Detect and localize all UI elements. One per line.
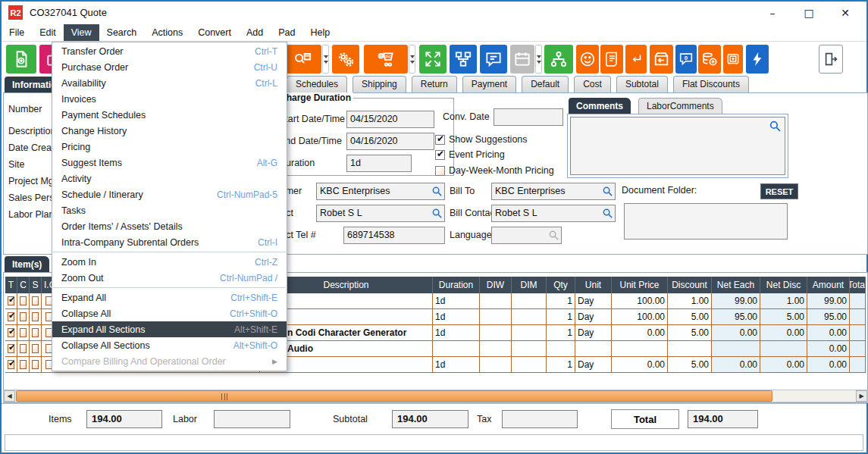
- menu-item-tasks[interactable]: Tasks: [52, 202, 287, 218]
- row-checkbox-s[interactable]: [32, 296, 39, 305]
- checkbox-event-pricing[interactable]: [435, 150, 445, 160]
- menu-item-pricing[interactable]: Pricing: [52, 139, 287, 155]
- calendar-dropdown-icon[interactable]: [535, 45, 542, 74]
- tab-schedules[interactable]: Schedules: [287, 76, 347, 93]
- document-folder-box[interactable]: [624, 203, 788, 240]
- menubar-item-view[interactable]: View: [64, 24, 99, 41]
- horizontal-scrollbar[interactable]: ◀ ▶: [3, 390, 868, 402]
- tab-payment[interactable]: Payment: [462, 76, 516, 93]
- tab-flat-discounts[interactable]: Flat Discounts: [673, 76, 749, 93]
- row-checkbox-c[interactable]: [20, 344, 27, 353]
- menubar-item-convert[interactable]: Convert: [190, 24, 239, 41]
- menubar-item-add[interactable]: Add: [239, 24, 271, 41]
- comment-button[interactable]: [480, 45, 507, 74]
- maximize-icon[interactable]: □: [791, 2, 827, 24]
- row-checkbox-s[interactable]: [32, 312, 39, 321]
- minimize-icon[interactable]: –: [754, 2, 791, 24]
- column-header-amount[interactable]: Amount: [807, 277, 850, 293]
- row-checkbox-s[interactable]: [32, 360, 39, 369]
- comments-textarea[interactable]: [570, 117, 785, 175]
- scrollbar-track[interactable]: [15, 390, 856, 402]
- menubar-item-search[interactable]: Search: [99, 24, 145, 41]
- search-items-dropdown-icon[interactable]: [322, 45, 329, 74]
- customer-field[interactable]: KBC Enterprises: [316, 183, 445, 200]
- menu-item-availability[interactable]: AvailabilityCtrl-L: [52, 75, 287, 91]
- row-checkbox-c[interactable]: [20, 360, 27, 369]
- menu-item-expand-all-sections[interactable]: Expand All SectionsAlt+Shift-E: [52, 321, 287, 337]
- search-icon[interactable]: [431, 186, 443, 197]
- column-header-discount[interactable]: Discount: [668, 277, 712, 293]
- expand-button[interactable]: [419, 45, 447, 74]
- menu-item-collapse-all-sections[interactable]: Collapse All SectionsAlt+Shift-O: [52, 337, 287, 353]
- row-checkbox-t[interactable]: [8, 360, 14, 369]
- search-icon[interactable]: [602, 208, 613, 219]
- column-header-t[interactable]: T: [5, 277, 17, 293]
- safe-button[interactable]: [723, 45, 743, 74]
- menu-item-transfer-order[interactable]: Transfer OrderCtrl-T: [52, 43, 287, 59]
- contact-tel-field[interactable]: 689714538: [343, 227, 445, 244]
- search-icon[interactable]: [431, 208, 443, 219]
- language-field[interactable]: [491, 227, 562, 244]
- column-header-dim[interactable]: DIM: [512, 277, 547, 293]
- exit-button[interactable]: [819, 45, 843, 74]
- search-items-button[interactable]: [285, 45, 321, 74]
- menu-item-zoom-in[interactable]: Zoom InCtrl-Z: [52, 254, 287, 270]
- bill-to-field[interactable]: KBC Enterprises: [491, 183, 616, 200]
- lightning-button[interactable]: [746, 45, 769, 74]
- column-header-qty[interactable]: Qty: [547, 277, 575, 293]
- hierarchy-button[interactable]: [544, 45, 573, 74]
- menu-item-payment-schedules[interactable]: Payment Schedules: [52, 107, 287, 123]
- column-header-net-disc[interactable]: Net Disc: [760, 277, 807, 293]
- menu-item-expand-all[interactable]: Expand AllCtrl+Shift-E: [52, 290, 287, 305]
- new-quote-button[interactable]: [6, 45, 36, 74]
- menu-item-change-history[interactable]: Change History: [52, 123, 287, 139]
- menu-item-zoom-out[interactable]: Zoom OutCtrl-NumPad /: [52, 270, 287, 286]
- checkbox-day-week-month-pricing[interactable]: [435, 166, 445, 176]
- smiley-button[interactable]: [576, 45, 599, 74]
- menu-item-schedule-itinerary[interactable]: Schedule / ItineraryCtrl-NumPad-5: [52, 186, 287, 202]
- tab-subtotal[interactable]: Subtotal: [616, 76, 668, 93]
- contact-field[interactable]: Robet S L: [316, 205, 445, 222]
- scrollbar-grip[interactable]: [221, 393, 227, 400]
- row-checkbox-s[interactable]: [32, 344, 39, 353]
- scroll-right-icon[interactable]: ▶: [856, 390, 867, 402]
- coins-add-button[interactable]: [698, 45, 721, 74]
- reset-button[interactable]: RESET: [760, 183, 798, 199]
- workflow-button[interactable]: [450, 45, 477, 74]
- checkbox-show-suggestions[interactable]: [435, 135, 445, 145]
- column-header-duration[interactable]: Duration: [433, 277, 480, 293]
- row-checkbox-c[interactable]: [20, 328, 27, 337]
- menubar-item-pad[interactable]: Pad: [271, 24, 302, 41]
- options-gears-button[interactable]: [332, 45, 359, 74]
- conv-date-field[interactable]: [494, 108, 563, 126]
- menubar-item-actions[interactable]: Actions: [144, 24, 190, 41]
- menu-item-suggest-items[interactable]: Suggest ItemsAlt-G: [52, 155, 287, 171]
- end-date-field[interactable]: 04/16/2020: [346, 133, 434, 150]
- notes-scroll-button[interactable]: [600, 45, 623, 74]
- row-checkbox-s[interactable]: [32, 328, 39, 337]
- close-icon[interactable]: ✕: [827, 2, 863, 24]
- search-icon[interactable]: [602, 186, 613, 197]
- menubar-item-help[interactable]: Help: [302, 24, 337, 41]
- column-header-total[interactable]: Total: [850, 277, 866, 293]
- box-return-button[interactable]: [650, 45, 673, 74]
- menubar-item-file[interactable]: File: [2, 24, 32, 41]
- row-checkbox-t[interactable]: [8, 296, 14, 305]
- column-header-net-each[interactable]: Net Each: [712, 277, 760, 293]
- row-checkbox-t[interactable]: [8, 344, 14, 353]
- bill-contact-field[interactable]: Robet S L: [491, 205, 616, 222]
- tab-labor-comments[interactable]: LaborComments: [638, 98, 722, 114]
- menu-item-intra-company-subrental-orders[interactable]: Intra-Company Subrental OrdersCtrl-I: [52, 234, 287, 250]
- return-arrow-button[interactable]: [625, 45, 647, 74]
- menu-item-purchase-order[interactable]: Purchase OrderCtrl-U: [52, 59, 287, 75]
- add-purchase-order-button[interactable]: PO: [364, 45, 408, 74]
- menu-item-activity[interactable]: Activity: [52, 171, 287, 186]
- scrollbar-thumb[interactable]: [16, 390, 772, 402]
- menu-item-compare-billing-and-operational-order[interactable]: Compare Billing And Operational Order▶: [52, 353, 287, 369]
- tab-comments[interactable]: Comments: [569, 98, 631, 114]
- tab-default[interactable]: Default: [522, 76, 569, 93]
- duration-field[interactable]: 1d: [346, 155, 412, 172]
- menubar-item-edit[interactable]: Edit: [32, 24, 64, 41]
- row-checkbox-c[interactable]: [20, 296, 27, 305]
- menu-item-order-items-assets-details[interactable]: Order Items' / Assets' Details: [52, 218, 287, 234]
